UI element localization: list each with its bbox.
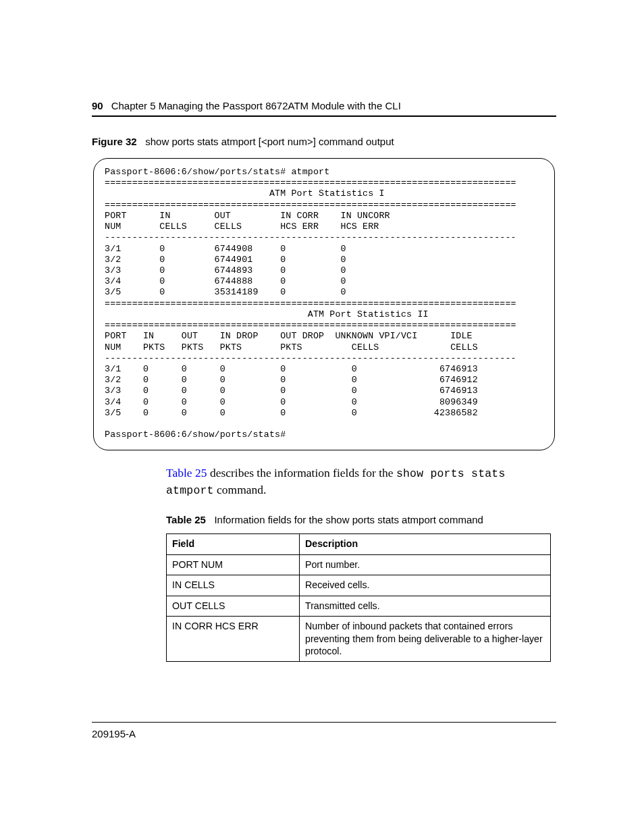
cell-field: IN CORR HCS ERR <box>167 617 300 662</box>
terminal-output: Passport-8606:6/show/ports/stats# atmpor… <box>105 167 543 440</box>
footer-doc-id: 209195-A <box>92 728 136 739</box>
col-desc: Description <box>300 534 551 554</box>
table-row: IN CORR HCS ERR Number of inbound packet… <box>167 617 551 662</box>
cell-desc: Number of inbound packets that contained… <box>300 617 551 662</box>
table-row: PORT NUM Port number. <box>167 554 551 575</box>
cell-desc: Received cells. <box>300 575 551 596</box>
figure-label: Figure 32 <box>92 136 137 147</box>
cell-field: IN CELLS <box>167 575 300 596</box>
page-header: 90 Chapter 5 Managing the Passport 8672A… <box>92 100 556 111</box>
description-paragraph: Table 25 describes the information field… <box>166 465 556 498</box>
cell-field: PORT NUM <box>167 554 300 575</box>
header-rule <box>92 115 556 117</box>
table-title: Information fields for the show ports st… <box>214 514 483 525</box>
table-label: Table 25 <box>166 514 206 525</box>
chapter-title: Chapter 5 Managing the Passport 8672ATM … <box>111 100 401 111</box>
table-header-row: Field Description <box>167 534 551 554</box>
terminal-output-box: Passport-8606:6/show/ports/stats# atmpor… <box>93 158 555 450</box>
table-row: IN CELLS Received cells. <box>167 575 551 596</box>
table-caption: Table 25 Information fields for the show… <box>166 513 490 527</box>
para-text-2: command. <box>214 483 267 496</box>
figure-caption: Figure 32 show ports stats atmport [<por… <box>92 136 556 147</box>
cell-desc: Transmitted cells. <box>300 596 551 616</box>
cell-field: OUT CELLS <box>167 596 300 616</box>
fields-table: Field Description PORT NUM Port number. … <box>166 533 551 662</box>
table-row: OUT CELLS Transmitted cells. <box>167 596 551 616</box>
cell-desc: Port number. <box>300 554 551 575</box>
col-field: Field <box>167 534 300 554</box>
footer-rule <box>92 722 556 723</box>
table-25-link[interactable]: Table 25 <box>166 466 207 479</box>
page-number: 90 <box>92 100 103 111</box>
para-text-1: describes the information fields for the <box>207 466 396 479</box>
figure-title: show ports stats atmport [<port num>] co… <box>145 136 394 147</box>
